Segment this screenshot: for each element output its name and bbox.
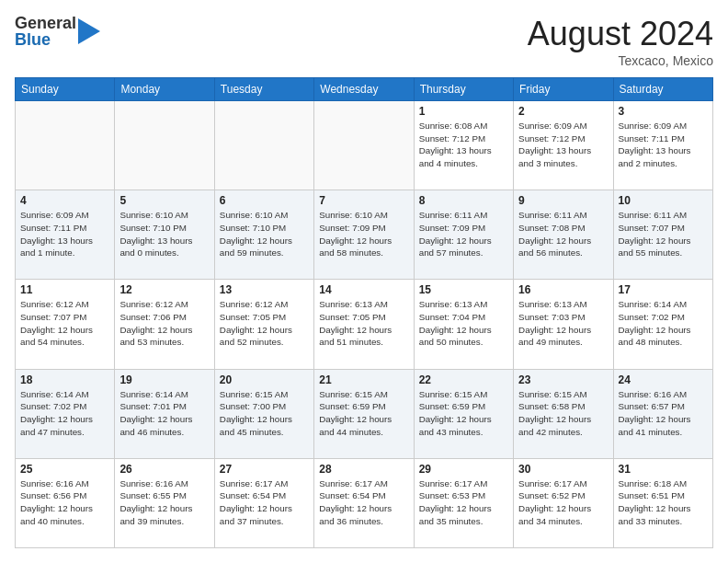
table-row: 10Sunrise: 6:11 AM Sunset: 7:07 PM Dayli… xyxy=(613,190,712,280)
day-number: 8 xyxy=(419,194,508,207)
table-row xyxy=(115,101,214,190)
table-row: 18Sunrise: 6:14 AM Sunset: 7:02 PM Dayli… xyxy=(16,369,115,458)
day-info: Sunrise: 6:09 AM Sunset: 7:12 PM Dayligh… xyxy=(518,120,608,170)
table-row: 22Sunrise: 6:15 AM Sunset: 6:59 PM Dayli… xyxy=(414,369,513,458)
day-number: 6 xyxy=(220,194,309,207)
day-number: 30 xyxy=(518,463,608,476)
table-row: 11Sunrise: 6:12 AM Sunset: 7:07 PM Dayli… xyxy=(16,280,115,369)
table-row: 26Sunrise: 6:16 AM Sunset: 6:55 PM Dayli… xyxy=(115,458,214,547)
week-row-2: 4Sunrise: 6:09 AM Sunset: 7:11 PM Daylig… xyxy=(16,190,713,280)
day-info: Sunrise: 6:12 AM Sunset: 7:07 PM Dayligh… xyxy=(20,298,109,349)
table-row xyxy=(314,101,414,190)
day-info: Sunrise: 6:17 AM Sunset: 6:54 PM Dayligh… xyxy=(319,477,408,528)
day-number: 23 xyxy=(518,373,608,386)
table-row: 15Sunrise: 6:13 AM Sunset: 7:04 PM Dayli… xyxy=(414,280,513,369)
day-info: Sunrise: 6:15 AM Sunset: 6:59 PM Dayligh… xyxy=(319,388,408,439)
day-info: Sunrise: 6:16 AM Sunset: 6:56 PM Dayligh… xyxy=(20,477,109,528)
col-friday: Friday xyxy=(514,78,613,101)
col-wednesday: Wednesday xyxy=(314,78,414,101)
day-info: Sunrise: 6:09 AM Sunset: 7:11 PM Dayligh… xyxy=(619,120,708,170)
calendar-header-row: Sunday Monday Tuesday Wednesday Thursday… xyxy=(16,78,713,101)
week-row-1: 1Sunrise: 6:08 AM Sunset: 7:12 PM Daylig… xyxy=(16,101,713,190)
day-info: Sunrise: 6:10 AM Sunset: 7:10 PM Dayligh… xyxy=(119,209,209,259)
day-info: Sunrise: 6:18 AM Sunset: 6:51 PM Dayligh… xyxy=(619,477,708,528)
col-sunday: Sunday xyxy=(16,78,115,101)
day-number: 27 xyxy=(220,463,309,476)
table-row: 17Sunrise: 6:14 AM Sunset: 7:02 PM Dayli… xyxy=(613,280,712,369)
week-row-5: 25Sunrise: 6:16 AM Sunset: 6:56 PM Dayli… xyxy=(16,458,713,547)
day-info: Sunrise: 6:09 AM Sunset: 7:11 PM Dayligh… xyxy=(20,209,109,259)
table-row: 25Sunrise: 6:16 AM Sunset: 6:56 PM Dayli… xyxy=(16,458,115,547)
day-info: Sunrise: 6:17 AM Sunset: 6:52 PM Dayligh… xyxy=(518,477,608,528)
day-info: Sunrise: 6:11 AM Sunset: 7:07 PM Dayligh… xyxy=(619,209,708,259)
logo-text: General Blue xyxy=(15,15,76,48)
day-number: 26 xyxy=(119,463,209,476)
table-row xyxy=(214,101,313,190)
logo-general: General xyxy=(15,15,76,31)
day-info: Sunrise: 6:12 AM Sunset: 7:06 PM Dayligh… xyxy=(119,298,209,349)
day-number: 9 xyxy=(518,194,608,207)
table-row: 19Sunrise: 6:14 AM Sunset: 7:01 PM Dayli… xyxy=(115,369,214,458)
title-block: August 2024 Texcaco, Mexico xyxy=(528,15,713,68)
day-number: 14 xyxy=(319,283,408,296)
day-number: 19 xyxy=(119,373,209,386)
table-row: 7Sunrise: 6:10 AM Sunset: 7:09 PM Daylig… xyxy=(314,190,414,280)
day-number: 4 xyxy=(20,194,109,207)
col-saturday: Saturday xyxy=(613,78,712,101)
calendar-table: Sunday Monday Tuesday Wednesday Thursday… xyxy=(15,77,713,548)
table-row xyxy=(16,101,115,190)
table-row: 31Sunrise: 6:18 AM Sunset: 6:51 PM Dayli… xyxy=(613,458,712,547)
week-row-3: 11Sunrise: 6:12 AM Sunset: 7:07 PM Dayli… xyxy=(16,280,713,369)
logo-icon xyxy=(78,18,100,44)
day-info: Sunrise: 6:13 AM Sunset: 7:03 PM Dayligh… xyxy=(518,298,608,349)
location: Texcaco, Mexico xyxy=(528,53,713,68)
day-number: 17 xyxy=(619,283,708,296)
day-info: Sunrise: 6:11 AM Sunset: 7:09 PM Dayligh… xyxy=(419,209,508,259)
day-info: Sunrise: 6:16 AM Sunset: 6:55 PM Dayligh… xyxy=(119,477,209,528)
table-row: 3Sunrise: 6:09 AM Sunset: 7:11 PM Daylig… xyxy=(613,101,712,190)
day-info: Sunrise: 6:08 AM Sunset: 7:12 PM Dayligh… xyxy=(419,120,508,170)
logo: General Blue xyxy=(15,15,100,48)
table-row: 14Sunrise: 6:13 AM Sunset: 7:05 PM Dayli… xyxy=(314,280,414,369)
table-row: 23Sunrise: 6:15 AM Sunset: 6:58 PM Dayli… xyxy=(514,369,613,458)
day-info: Sunrise: 6:15 AM Sunset: 7:00 PM Dayligh… xyxy=(220,388,309,439)
day-number: 22 xyxy=(419,373,508,386)
day-number: 31 xyxy=(619,463,708,476)
table-row: 28Sunrise: 6:17 AM Sunset: 6:54 PM Dayli… xyxy=(314,458,414,547)
day-info: Sunrise: 6:14 AM Sunset: 7:01 PM Dayligh… xyxy=(119,388,209,439)
table-row: 4Sunrise: 6:09 AM Sunset: 7:11 PM Daylig… xyxy=(16,190,115,280)
table-row: 20Sunrise: 6:15 AM Sunset: 7:00 PM Dayli… xyxy=(214,369,313,458)
day-number: 29 xyxy=(419,463,508,476)
day-info: Sunrise: 6:16 AM Sunset: 6:57 PM Dayligh… xyxy=(619,388,708,439)
day-number: 3 xyxy=(619,105,708,118)
day-number: 16 xyxy=(518,283,608,296)
day-number: 7 xyxy=(319,194,408,207)
day-number: 13 xyxy=(220,283,309,296)
day-number: 1 xyxy=(419,105,508,118)
svg-marker-0 xyxy=(78,18,100,44)
col-thursday: Thursday xyxy=(414,78,513,101)
week-row-4: 18Sunrise: 6:14 AM Sunset: 7:02 PM Dayli… xyxy=(16,369,713,458)
day-number: 20 xyxy=(220,373,309,386)
day-number: 18 xyxy=(20,373,109,386)
day-info: Sunrise: 6:11 AM Sunset: 7:08 PM Dayligh… xyxy=(518,209,608,259)
day-number: 2 xyxy=(518,105,608,118)
day-info: Sunrise: 6:12 AM Sunset: 7:05 PM Dayligh… xyxy=(220,298,309,349)
table-row: 1Sunrise: 6:08 AM Sunset: 7:12 PM Daylig… xyxy=(414,101,513,190)
day-number: 24 xyxy=(619,373,708,386)
table-row: 2Sunrise: 6:09 AM Sunset: 7:12 PM Daylig… xyxy=(514,101,613,190)
day-number: 28 xyxy=(319,463,408,476)
table-row: 6Sunrise: 6:10 AM Sunset: 7:10 PM Daylig… xyxy=(214,190,313,280)
table-row: 29Sunrise: 6:17 AM Sunset: 6:53 PM Dayli… xyxy=(414,458,513,547)
day-info: Sunrise: 6:13 AM Sunset: 7:04 PM Dayligh… xyxy=(419,298,508,349)
table-row: 30Sunrise: 6:17 AM Sunset: 6:52 PM Dayli… xyxy=(514,458,613,547)
table-row: 16Sunrise: 6:13 AM Sunset: 7:03 PM Dayli… xyxy=(514,280,613,369)
day-number: 11 xyxy=(20,283,109,296)
day-info: Sunrise: 6:10 AM Sunset: 7:10 PM Dayligh… xyxy=(220,209,309,259)
table-row: 5Sunrise: 6:10 AM Sunset: 7:10 PM Daylig… xyxy=(115,190,214,280)
day-info: Sunrise: 6:17 AM Sunset: 6:54 PM Dayligh… xyxy=(220,477,309,528)
table-row: 13Sunrise: 6:12 AM Sunset: 7:05 PM Dayli… xyxy=(214,280,313,369)
day-info: Sunrise: 6:17 AM Sunset: 6:53 PM Dayligh… xyxy=(419,477,508,528)
day-info: Sunrise: 6:14 AM Sunset: 7:02 PM Dayligh… xyxy=(619,298,708,349)
day-number: 5 xyxy=(119,194,209,207)
